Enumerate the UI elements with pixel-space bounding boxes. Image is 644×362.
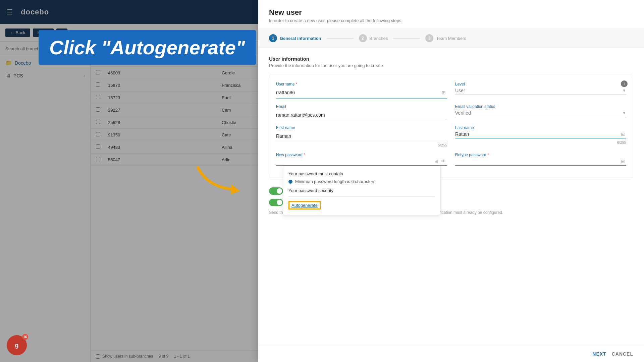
email-field-group: Email <box>276 104 447 120</box>
email-validation-group: Email validation status Verified Not Ver… <box>455 104 626 120</box>
cancel-button[interactable]: CANCEL <box>612 351 633 357</box>
send-notification-toggle[interactable] <box>269 199 283 206</box>
pwd-rule-dot <box>288 180 292 184</box>
step-connector-1 <box>327 38 354 39</box>
level-select-wrapper[interactable]: User Admin ▼ <box>455 88 626 95</box>
avatar-initials: g <box>15 342 19 349</box>
firstname-input[interactable] <box>276 131 447 141</box>
level-label: Level <box>455 82 626 86</box>
password-input[interactable] <box>276 159 433 164</box>
pwd-rule-min-length: Minimum password length is 6 characters <box>288 179 435 184</box>
step-2-num: 2 <box>359 34 367 42</box>
avatar[interactable]: g 16 <box>7 335 27 355</box>
form-row-username-level: Username * ⊞ Level User Admin ▼ <box>276 82 626 99</box>
firstname-label: First name <box>276 125 447 130</box>
pwd-must-contain-title: Your password must contain <box>288 171 435 176</box>
steps-bar: 1 General information 2 Branches 3 Team … <box>258 29 644 48</box>
step-connector-2 <box>393 38 420 39</box>
form-row-password: New password * ⊞ 👁 Your password must co… <box>276 153 626 166</box>
pwd-strength-bar <box>288 196 435 197</box>
barcode-icon[interactable]: ⊞ <box>620 159 626 164</box>
autogenerate-link[interactable]: Autogenerate <box>288 201 321 209</box>
user-info-section: i Username * ⊞ Level User <box>269 75 633 178</box>
chevron-down-icon: ▼ <box>622 111 626 115</box>
retype-password-input[interactable] <box>455 159 620 164</box>
step-2: 2 Branches <box>359 34 388 42</box>
user-info-section-desc: Provide the information for the user you… <box>269 63 633 68</box>
password-field-group: New password * ⊞ 👁 Your password must co… <box>276 153 447 166</box>
lastname-input[interactable] <box>455 131 620 137</box>
username-field-group: Username * ⊞ <box>276 82 447 99</box>
activate-user-toggle[interactable] <box>269 187 283 195</box>
email-validation-select[interactable]: Verified Not Verified <box>455 110 622 116</box>
level-field-group: Level User Admin ▼ <box>455 82 626 99</box>
lastname-field-group: Last name ⊞ 6/255 <box>455 125 626 147</box>
password-requirements-dropdown: Your password must contain Minimum passw… <box>283 166 440 215</box>
email-input[interactable] <box>276 110 447 120</box>
step-3-label: Team Members <box>436 36 466 41</box>
lastname-char-count: 6/255 <box>455 140 626 144</box>
form-row-names: First name 5/255 Last name ⊞ 6/255 <box>276 125 626 147</box>
new-user-panel: New user In order to create a new user, … <box>258 0 644 362</box>
form-row-email-validation: Email Email validation status Verified N… <box>276 104 626 120</box>
step-3-num: 3 <box>425 34 433 42</box>
step-1-num: 1 <box>269 34 277 42</box>
retype-password-field-group: Retype password * ⊞ <box>455 153 626 166</box>
firstname-char-count: 5/255 <box>276 143 447 147</box>
username-input-wrapper[interactable]: ⊞ <box>276 88 447 99</box>
level-select[interactable]: User Admin <box>455 88 622 93</box>
info-icon: i <box>621 80 628 87</box>
barcode-icon[interactable]: ⊞ <box>433 159 440 164</box>
step-1-label: General information <box>280 36 321 41</box>
user-info-section-title: User information <box>269 56 633 62</box>
annotation-banner: Click "Autogenerate" <box>39 30 256 65</box>
email-validation-wrapper[interactable]: Verified Not Verified ▼ <box>455 110 626 117</box>
next-button[interactable]: NEXT <box>592 351 606 357</box>
panel-title: New user <box>269 8 633 17</box>
step-2-label: Branches <box>370 36 388 41</box>
email-validation-label: Email validation status <box>455 104 626 109</box>
step-1: 1 General information <box>269 34 321 42</box>
username-label: Username * <box>276 82 447 86</box>
retype-password-label: Retype password * <box>455 153 626 157</box>
barcode-icon[interactable]: ⊞ <box>620 131 626 137</box>
retype-password-wrapper[interactable]: ⊞ <box>455 159 626 166</box>
panel-subtitle: In order to create a new user, please co… <box>269 18 633 23</box>
pwd-rule-text: Minimum password length is 6 characters <box>295 179 375 184</box>
lastname-input-wrapper[interactable]: ⊞ <box>455 131 626 138</box>
panel-header: New user In order to create a new user, … <box>258 0 644 29</box>
panel-footer: NEXT CANCEL <box>258 346 644 362</box>
username-input[interactable] <box>276 88 440 97</box>
firstname-field-group: First name 5/255 <box>276 125 447 147</box>
step-3: 3 Team Members <box>425 34 466 42</box>
panel-content: User information Provide the information… <box>258 48 644 346</box>
eye-icon[interactable]: 👁 <box>440 159 447 164</box>
chevron-down-icon: ▼ <box>622 88 626 93</box>
barcode-icon[interactable]: ⊞ <box>440 90 447 95</box>
password-label: New password * <box>276 153 447 157</box>
avatar-badge: 16 <box>22 334 28 340</box>
password-input-wrapper[interactable]: ⊞ 👁 <box>276 159 447 166</box>
lastname-label: Last name <box>455 125 626 130</box>
email-label: Email <box>276 104 447 109</box>
pwd-security-title: Your password security <box>288 188 435 193</box>
